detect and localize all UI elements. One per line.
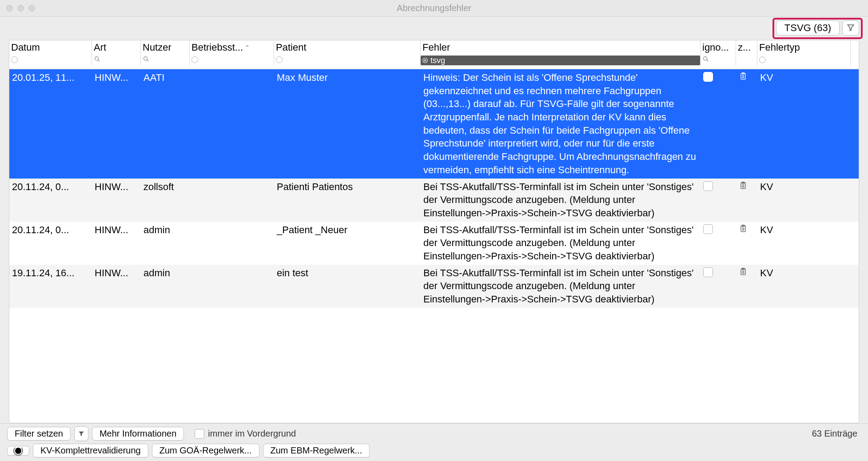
col-igno[interactable]: igno... [701,40,736,55]
filter-setzen-button[interactable]: Filter setzen [7,427,71,441]
cell-betriebsst [190,265,274,308]
cell-art: HINW... [92,222,141,265]
col-patient[interactable]: Patient [274,40,421,55]
table-row[interactable]: 20.11.24, 0...HINW...admin_Patient _Neue… [9,222,859,265]
cell-betriebsst [190,179,274,222]
header-filter-row: tsvg [9,55,859,69]
cell-fehlertyp: KV [757,69,851,179]
cell-fehler: Bei TSS-Akutfall/TSS-Terminfall ist im S… [421,265,701,308]
app-window: Abrechnungsfehler TSVG (63) Datum Art Nu… [0,0,868,461]
cell-patient: Max Muster [274,69,421,179]
toolbar: TSVG (63) [0,17,868,40]
cell-art: HINW... [92,265,141,308]
cell-fehlertyp: KV [757,179,851,222]
cell-fehler: Hinweis: Der Schein ist als 'Offene Spre… [421,69,701,179]
cell-datum: 20.01.25, 11... [9,69,92,179]
table-row[interactable]: 20.11.24, 0...HINW...zollsoftPatienti Pa… [9,179,859,222]
filter-art[interactable] [92,55,141,66]
cell-fehler: Bei TSS-Akutfall/TSS-Terminfall ist im S… [421,222,701,265]
tsvg-filter-badge[interactable]: TSVG (63) [776,20,840,36]
cell-patient: _Patient _Neuer [274,222,421,265]
entry-count-label: 63 Einträge [812,429,857,439]
cell-nutzer: zollsoft [141,179,190,222]
cell-igno [701,179,736,222]
cell-patient: ein test [274,265,421,308]
filter-fehler-value: tsvg [430,56,445,65]
cell-betriebsst [190,69,274,179]
cell-z[interactable] [736,265,757,308]
table-row[interactable]: 20.01.25, 11...HINW...AATIMax MusterHinw… [9,69,859,179]
search-icon [143,56,150,64]
filter-betriebsst[interactable] [190,55,274,66]
cell-nutzer: admin [141,222,190,265]
cell-datum: 19.11.24, 16... [9,265,92,308]
col-datum[interactable]: Datum [9,40,92,55]
filter-fehler-active[interactable]: tsvg [421,56,700,65]
cell-fehlertyp: KV [757,222,851,265]
zum-goa-button[interactable]: Zum GOÄ-Regelwerk... [152,444,259,457]
filter-fehlertyp[interactable] [757,55,851,66]
immer-vordergrund-checkbox[interactable] [195,429,204,439]
titlebar: Abrechnungsfehler [0,0,868,17]
col-nutzer[interactable]: Nutzer [141,40,190,55]
ignore-checkbox[interactable] [703,72,713,82]
cell-datum: 20.11.24, 0... [9,179,92,222]
col-art[interactable]: Art [92,40,141,55]
filter-datum[interactable] [9,55,92,66]
clipboard-icon [739,71,748,85]
svg-point-0 [95,56,99,60]
bottom-row-2: KV-Komplettrevalidierung Zum GOÄ-Regelwe… [7,444,859,457]
filter-patient[interactable] [274,55,421,66]
table-row[interactable]: 19.11.24, 16...HINW...adminein testBei T… [9,265,859,308]
cell-betriebsst [190,222,274,265]
window-title: Abrechnungsfehler [0,3,868,13]
search-icon [702,56,709,64]
ignore-checkbox[interactable] [703,224,713,234]
clear-filter-icon[interactable] [422,57,429,64]
circle-icon [276,56,283,63]
col-fehler[interactable]: Fehler [421,40,701,55]
bottom-row-1: Filter setzen Mehr Informationen immer i… [7,426,859,441]
filter-z[interactable] [736,55,757,66]
refresh-button[interactable] [7,446,29,456]
immer-vordergrund-label: immer im Vordergrund [208,429,296,439]
table-header: Datum Art Nutzer Betriebsst... ⌃ Patient… [9,40,859,69]
circle-icon [191,56,198,63]
col-betriebsst[interactable]: Betriebsst... ⌃ [190,40,274,55]
filter-nutzer[interactable] [141,55,190,66]
cell-igno [701,69,736,179]
ignore-checkbox[interactable] [703,181,713,191]
cell-z[interactable] [736,179,757,222]
svg-point-1 [144,56,147,60]
col-fehlertyp[interactable]: Fehlertyp [757,40,851,55]
cell-art: HINW... [92,179,141,222]
filter-button[interactable] [842,20,859,36]
ignore-checkbox[interactable] [703,267,713,277]
table-body[interactable]: 20.01.25, 11...HINW...AATIMax MusterHinw… [9,69,859,423]
filter-fehler[interactable]: tsvg [421,55,701,66]
svg-point-3 [704,56,707,60]
sort-asc-icon: ⌃ [245,44,250,51]
cell-z[interactable] [736,69,757,179]
filter-igno[interactable] [701,55,736,66]
col-z[interactable]: z... [736,40,757,55]
kv-revalid-button[interactable]: KV-Komplettrevalidierung [33,444,148,457]
search-icon [94,56,101,64]
cell-fehlertyp: KV [757,265,851,308]
zum-ebm-button[interactable]: Zum EBM-Regelwerk... [263,444,370,457]
funnel-small-icon [78,429,84,439]
cell-igno [701,222,736,265]
table-settings-button[interactable] [859,54,859,62]
filter-dropdown-button[interactable] [74,426,88,441]
header-label-row: Datum Art Nutzer Betriebsst... ⌃ Patient… [9,40,859,55]
refresh-icon [15,448,21,454]
col-betriebsst-label: Betriebsst... [191,42,243,53]
error-table: Datum Art Nutzer Betriebsst... ⌃ Patient… [9,40,859,423]
circle-icon [759,56,766,63]
bottom-bar: Filter setzen Mehr Informationen immer i… [0,423,868,461]
cell-datum: 20.11.24, 0... [9,222,92,265]
mehr-info-button[interactable]: Mehr Informationen [92,427,184,441]
clipboard-icon [739,180,748,195]
cell-z[interactable] [736,222,757,265]
cell-patient: Patienti Patientos [274,179,421,222]
